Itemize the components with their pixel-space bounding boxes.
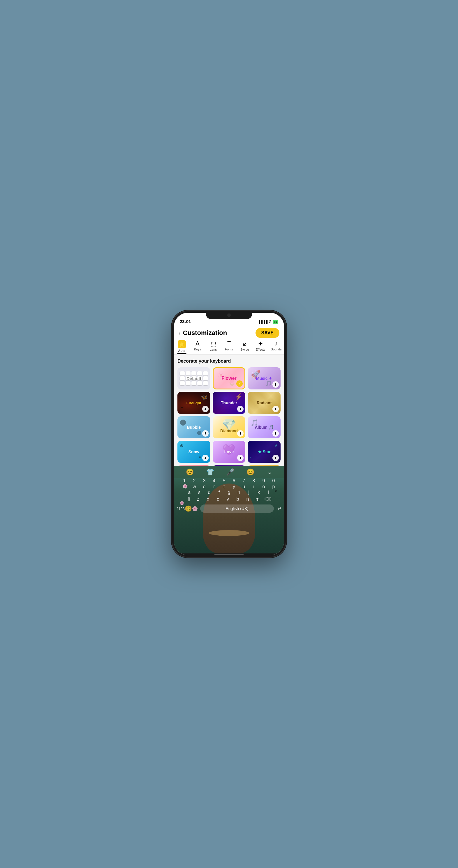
key-z[interactable]: z [194,497,203,502]
key-p[interactable]: p [269,484,278,489]
tab-bar: ⭐ Auto A Keys ⬚ Lens T Fonts ⌀ Swipe ✦ E… [174,338,284,354]
save-button[interactable]: SAVE [255,328,279,338]
theme-music-label: Music ✦ [256,376,272,381]
tab-keys[interactable]: A Keys [190,340,205,354]
theme-bubble[interactable]: ⬤ ⬤ Bubble ⬇ [177,416,210,438]
tab-lens-label: Lens [210,348,217,351]
signal-icon: ▐▐▐▐ [258,320,268,324]
space-key[interactable]: English (UK) [200,504,274,513]
key-3[interactable]: 3 [200,478,209,484]
gif-toolbar-icon[interactable]: 😊 [246,468,254,476]
album-download-badge: ⬇ [272,430,279,437]
battery-icon: 60 [273,320,278,324]
key-x[interactable]: x [204,497,212,502]
key-d[interactable]: d [205,490,214,495]
theme-diamond[interactable]: 💎 Diamond ⬇ [213,416,246,438]
tab-auto[interactable]: ⭐ Auto [174,340,190,354]
effects-icon: ✦ [258,340,263,347]
theme-diamond-label: Diamond [220,429,238,433]
emoji-key[interactable]: 😊 [185,505,192,512]
key-1[interactable]: 1 [180,478,189,484]
flower-deco-2: 🌸 [180,501,184,505]
key-y[interactable]: y [230,484,238,489]
key-v[interactable]: v [223,497,232,502]
tab-swipe[interactable]: ⌀ Swipe [237,340,253,354]
key-g[interactable]: g [225,490,233,495]
key-9[interactable]: 9 [259,478,268,484]
key-8[interactable]: 8 [249,478,258,484]
tab-effects-label: Effects [255,348,265,351]
key-s[interactable]: s [195,490,204,495]
theme-star[interactable]: ★ • ★ Star ⬇ [248,441,281,463]
theme-album-label: Album 🎵 [255,425,273,430]
key-4[interactable]: 4 [210,478,218,484]
key-0[interactable]: 0 [269,478,278,484]
tab-sounds[interactable]: ♪ Sounds [268,340,284,354]
keyboard-area: 🌸 🌸 ❄ 😊 👕 🎤 😊 ⌄ 1 2 3 4 5 6 7 8 9 [174,466,284,553]
key-k[interactable]: k [254,490,263,495]
theme-firelight-label: Firelight [186,401,201,405]
firelight-download-badge: ⬇ [202,406,209,412]
home-indicator [174,553,284,555]
flower-key[interactable]: 🌸 [192,506,198,512]
theme-music[interactable]: 🚀 🎵 Music ✦ ⬇ [248,367,281,390]
emoji-toolbar-icon[interactable]: 😊 [186,468,194,476]
diamond-download-badge: ⬇ [237,430,244,437]
zxcv-row: ⇧ z x c v b n m ⌫ [174,496,284,503]
tab-auto-label: Auto [178,349,185,352]
theme-radiant[interactable]: Radiant ⬇ [248,392,281,414]
key-j[interactable]: j [244,490,253,495]
theme-thunder[interactable]: ⚡ Thunder ⬇ [213,392,246,414]
key-e[interactable]: e [200,484,209,489]
swipe-icon: ⌀ [243,340,246,347]
key-a[interactable]: a [185,490,194,495]
theme-snow[interactable]: ❄ ❄ Snow ⬇ [177,441,210,463]
key-5[interactable]: 5 [220,478,228,484]
back-button[interactable]: ‹ [179,330,181,336]
more-toolbar-icon[interactable]: ⌄ [267,468,272,476]
return-key[interactable]: ↵ [277,505,282,512]
key-h[interactable]: h [235,490,243,495]
key-u[interactable]: u [240,484,248,489]
key-b[interactable]: b [233,497,242,502]
key-t[interactable]: t [220,484,228,489]
fonts-icon: T [227,340,231,347]
tab-lens[interactable]: ⬚ Lens [205,340,221,354]
key-o[interactable]: o [259,484,268,489]
backspace-key[interactable]: ⌫ [264,496,272,502]
theme-firelight[interactable]: 🦋 ✦ Firelight ⬇ [177,392,210,414]
star-icon: ⭐ [178,340,186,348]
main-content: Decorate your keyboard Default 🌸 🌷 Flowe… [174,354,284,466]
tab-fonts[interactable]: T Fonts [221,340,237,354]
key-r[interactable]: r [210,484,218,489]
mic-toolbar-icon[interactable]: 🎤 [226,468,234,476]
flower-selected-badge: ✓ [236,380,243,387]
key-7[interactable]: 7 [240,478,248,484]
key-f[interactable]: f [215,490,223,495]
snow-download-badge: ⬇ [202,455,209,461]
radiant-download-badge: ⬇ [272,406,279,412]
tab-effects[interactable]: ✦ Effects [253,340,268,354]
tab-keys-label: Keys [194,347,201,351]
theme-flower[interactable]: 🌸 🌷 Flower ✓ [213,367,246,390]
key-l[interactable]: l [264,490,273,495]
shift-key[interactable]: ⇧ [186,496,191,503]
key-i[interactable]: i [249,484,258,489]
status-icons: ▐▐▐▐ G 60 [258,320,278,324]
key-n[interactable]: n [243,497,252,502]
section-title: Decorate your keyboard [177,359,281,364]
numbers-key[interactable]: ?123 [176,506,185,511]
key-m[interactable]: m [253,497,262,502]
page-title: Customization [183,329,227,337]
theme-love[interactable]: 💜 Love ⬇ [213,441,246,463]
sticker-toolbar-icon[interactable]: 👕 [206,468,214,476]
key-w[interactable]: w [190,484,199,489]
theme-default-label: Default [186,376,201,381]
theme-thunder-label: Thunder [221,401,237,405]
theme-default[interactable]: Default [177,367,210,390]
theme-album[interactable]: 🎵 Album 🎵 ⬇ [248,416,281,438]
theme-radiant-label: Radiant [257,401,272,405]
key-c[interactable]: c [214,497,222,502]
key-6[interactable]: 6 [230,478,238,484]
key-2[interactable]: 2 [190,478,199,484]
